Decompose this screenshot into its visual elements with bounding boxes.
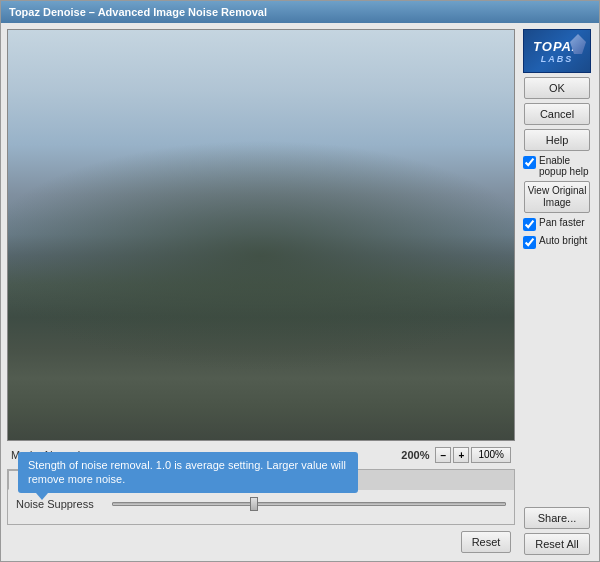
view-original-button[interactable]: View Original Image xyxy=(524,181,590,213)
enable-popup-help-checkbox[interactable] xyxy=(523,156,536,169)
topaz-logo: TOPAZ LABS xyxy=(523,29,591,73)
zoom-minus-button[interactable]: − xyxy=(435,447,451,463)
right-panel: TOPAZ LABS OK Cancel Help Enable popup h… xyxy=(521,29,593,555)
image-canvas[interactable] xyxy=(7,29,515,441)
window-content: Mode: Normal 200% − + 100% Main Advanced… xyxy=(1,23,599,561)
window-title: Topaz Denoise – Advanced Image Noise Rem… xyxy=(9,6,267,18)
ok-button[interactable]: OK xyxy=(524,77,590,99)
enable-popup-help-row: Enable popup help xyxy=(523,155,591,177)
pan-faster-checkbox[interactable] xyxy=(523,218,536,231)
reset-all-button[interactable]: Reset All xyxy=(524,533,590,555)
auto-bright-checkbox[interactable] xyxy=(523,236,536,249)
help-button[interactable]: Help xyxy=(524,129,590,151)
zoom-plus-button[interactable]: + xyxy=(453,447,469,463)
title-bar: Topaz Denoise – Advanced Image Noise Rem… xyxy=(1,1,599,23)
bottom-bar: Reset xyxy=(7,529,515,555)
tooltip: Stength of noise removal. 1.0 is average… xyxy=(18,452,358,493)
pan-faster-label: Pan faster xyxy=(539,217,585,228)
cancel-button[interactable]: Cancel xyxy=(524,103,590,125)
noise-suppress-track xyxy=(112,502,506,506)
zoom-controls: 200% − + 100% xyxy=(401,447,511,463)
logo-labs-text: LABS xyxy=(541,54,574,64)
tabs-panel: Main Advanced Noise Stength of noise rem… xyxy=(7,469,515,525)
pan-faster-row: Pan faster xyxy=(523,217,591,231)
reset-button[interactable]: Reset xyxy=(461,531,511,553)
param-row-noise-suppress: Noise Suppress xyxy=(16,496,506,512)
noise-suppress-thumb[interactable] xyxy=(250,497,258,511)
enable-popup-help-label: Enable popup help xyxy=(539,155,591,177)
image-preview xyxy=(8,30,514,440)
noise-suppress-label: Noise Suppress xyxy=(16,498,106,510)
share-button[interactable]: Share... xyxy=(524,507,590,529)
left-panel: Mode: Normal 200% − + 100% Main Advanced… xyxy=(7,29,515,555)
auto-bright-row: Auto bright xyxy=(523,235,591,249)
noise-suppress-slider-container xyxy=(112,496,506,512)
auto-bright-label: Auto bright xyxy=(539,235,587,246)
zoom-reset-button[interactable]: 100% xyxy=(471,447,511,463)
main-window: Topaz Denoise – Advanced Image Noise Rem… xyxy=(0,0,600,562)
tooltip-text: Stength of noise removal. 1.0 is average… xyxy=(28,459,346,485)
tab-content: Stength of noise removal. 1.0 is average… xyxy=(8,490,514,524)
zoom-percent: 200% xyxy=(401,449,429,461)
